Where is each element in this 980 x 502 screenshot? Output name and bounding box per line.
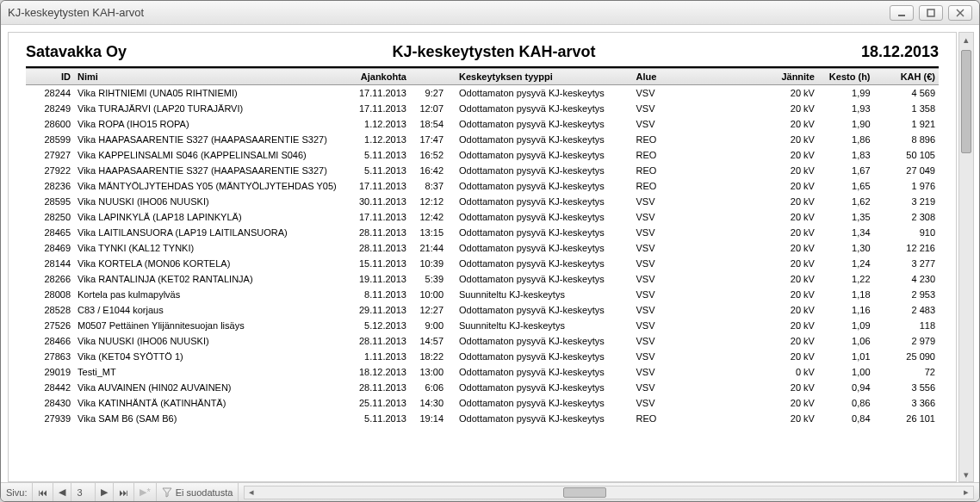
cell-alue: REO: [632, 132, 688, 147]
page-number[interactable]: 3: [71, 483, 96, 501]
cell-alue: VSV: [632, 395, 688, 411]
col-time: [410, 68, 447, 85]
cell-type: Odottamaton pysyvä KJ-keskeytys: [447, 395, 632, 411]
cell-id: 28236: [26, 178, 74, 194]
cell-kah: 4 569: [874, 85, 939, 101]
cell-kah: 4 230: [874, 271, 939, 287]
table-row[interactable]: 28595Vika NUUSKI (IHO06 NUUSKI)30.11.201…: [26, 194, 939, 209]
cell-date: 17.11.2013: [343, 209, 410, 225]
close-button[interactable]: [948, 5, 972, 21]
table-row[interactable]: 28236Vika MÄNTYÖLJYTEHDAS Y05 (MÄNTYÖLJY…: [26, 178, 939, 194]
cell-id: 28528: [26, 302, 74, 318]
table-row[interactable]: 28466Vika NUUSKI (IHO06 NUUSKI)28.11.201…: [26, 333, 939, 349]
cell-type: Odottamaton pysyvä KJ-keskeytys: [447, 85, 632, 101]
table-row[interactable]: 29019Testi_MT18.12.201313:00Odottamaton …: [26, 364, 939, 380]
cell-id: 28469: [26, 240, 74, 256]
table-row[interactable]: 27922Vika HAAPASAARENTIE S327 (HAAPASAAR…: [26, 163, 939, 178]
table-row[interactable]: 27526M0507 Pettäinen Ylijännitesuojan li…: [26, 318, 939, 333]
cell-id: 28599: [26, 132, 74, 147]
cell-id: 28600: [26, 116, 74, 132]
table-row[interactable]: 28465Vika LAITILANSUORA (LAP19 LAITILANS…: [26, 225, 939, 240]
cell-id: 28266: [26, 271, 74, 287]
table-row[interactable]: 28250Vika LAPINKYLÄ (LAP18 LAPINKYLÄ)17.…: [26, 209, 939, 225]
cell-alue: VSV: [632, 101, 688, 116]
scroll-thumb[interactable]: [961, 50, 971, 153]
cell-kesto: 1,62: [818, 194, 874, 209]
table-row[interactable]: 28442Vika AUVAINEN (HIN02 AUVAINEN)28.11…: [26, 380, 939, 395]
table-row[interactable]: 28528C83 / E1044 korjaus29.11.201312:27O…: [26, 302, 939, 318]
hscroll-left-arrow[interactable]: ◂: [245, 487, 258, 499]
table-row[interactable]: 27927Vika KAPPELINSALMI S046 (KAPPELINSA…: [26, 147, 939, 163]
cell-jann: 20 kV: [688, 349, 818, 364]
cell-time: 5:39: [410, 271, 447, 287]
cell-alue: VSV: [632, 364, 688, 380]
col-jannite: Jännite: [688, 68, 818, 85]
nav-first-icon[interactable]: ⏮: [33, 483, 53, 501]
cell-kesto: 1,93: [818, 101, 874, 116]
table-row[interactable]: 28249Vika TURAJÄRVI (LAP20 TURAJÄRVI)17.…: [26, 101, 939, 116]
cell-time: 17:47: [410, 132, 447, 147]
cell-kah: 1 921: [874, 116, 939, 132]
cell-type: Odottamaton pysyvä KJ-keskeytys: [447, 209, 632, 225]
cell-type: Odottamaton pysyvä KJ-keskeytys: [447, 116, 632, 132]
table-row[interactable]: 27939Vika SAM B6 (SAM B6)5.11.201319:14O…: [26, 411, 939, 426]
scroll-down-arrow[interactable]: ▾: [959, 468, 973, 481]
cell-nimi: Vika RANTALINJA (KET02 RANTALINJA): [74, 271, 343, 287]
cell-kesto: 1,34: [818, 225, 874, 240]
cell-time: 16:42: [410, 163, 447, 178]
table-row[interactable]: 28600Vika ROPA (IHO15 ROPA)1.12.201318:5…: [26, 116, 939, 132]
hscroll-right-arrow[interactable]: ▸: [959, 487, 973, 499]
table-row[interactable]: 28008Kortela pas kulmapylväs8.11.201310:…: [26, 287, 939, 302]
cell-jann: 20 kV: [688, 101, 818, 116]
cell-type: Odottamaton pysyvä KJ-keskeytys: [447, 132, 632, 147]
cell-jann: 0 kV: [688, 364, 818, 380]
scroll-up-arrow[interactable]: ▴: [959, 33, 973, 46]
nav-new-icon[interactable]: ▶*: [134, 483, 156, 501]
cell-date: 1.12.2013: [343, 116, 410, 132]
minimize-button[interactable]: [890, 5, 914, 21]
cell-kesto: 1,16: [818, 302, 874, 318]
window-title: KJ-keskeytysten KAH-arvot: [8, 6, 144, 19]
nav-prev-icon[interactable]: ◀: [53, 483, 71, 501]
cell-kah: 2 308: [874, 209, 939, 225]
cell-date: 5.11.2013: [343, 147, 410, 163]
table-row[interactable]: 28469Vika TYNKI (KAL12 TYNKI)28.11.20132…: [26, 240, 939, 256]
cell-date: 1.12.2013: [343, 132, 410, 147]
table-row[interactable]: 28430Vika KATINHÄNTÄ (KATINHÄNTÄ)25.11.2…: [26, 395, 939, 411]
cell-kah: 50 105: [874, 147, 939, 163]
cell-jann: 20 kV: [688, 302, 818, 318]
cell-jann: 20 kV: [688, 240, 818, 256]
horizontal-scrollbar[interactable]: ◂ ▸: [244, 486, 974, 499]
vertical-scrollbar[interactable]: ▴ ▾: [958, 32, 974, 482]
cell-alue: VSV: [632, 302, 688, 318]
cell-jann: 20 kV: [688, 194, 818, 209]
col-alue: Alue: [632, 68, 688, 85]
table-row[interactable]: 28144Vika KORTELA (MON06 KORTELA)15.11.2…: [26, 256, 939, 271]
hscroll-thumb[interactable]: [563, 487, 606, 498]
table-row[interactable]: 28599Vika HAAPASAARENTIE S327 (HAAPASAAR…: [26, 132, 939, 147]
col-kesto: Kesto (h): [818, 68, 874, 85]
cell-alue: VSV: [632, 271, 688, 287]
cell-type: Odottamaton pysyvä KJ-keskeytys: [447, 163, 632, 178]
nav-next-icon[interactable]: ▶: [96, 483, 114, 501]
col-ajankohta: Ajankohta: [343, 68, 410, 85]
cell-alue: VSV: [632, 333, 688, 349]
filter-status[interactable]: Ei suodatusta: [157, 483, 239, 501]
cell-kah: 2 483: [874, 302, 939, 318]
cell-alue: REO: [632, 178, 688, 194]
cell-time: 13:15: [410, 225, 447, 240]
table-row[interactable]: 28244Vika RIHTNIEMI (UNA05 RIHTNIEMI)17.…: [26, 85, 939, 101]
cell-kesto: 1,35: [818, 209, 874, 225]
maximize-button[interactable]: [919, 5, 943, 21]
table-row[interactable]: 27863Vika (KET04 SYÖTTÖ 1)1.11.201318:22…: [26, 349, 939, 364]
filter-icon: [162, 487, 172, 498]
cell-kesto: 1,00: [818, 364, 874, 380]
table-row[interactable]: 28266Vika RANTALINJA (KET02 RANTALINJA)1…: [26, 271, 939, 287]
cell-nimi: Vika NUUSKI (IHO06 NUUSKI): [74, 333, 343, 349]
cell-date: 30.11.2013: [343, 194, 410, 209]
nav-last-icon[interactable]: ⏭: [114, 483, 134, 501]
cell-kesto: 1,30: [818, 240, 874, 256]
cell-time: 16:52: [410, 147, 447, 163]
cell-id: 28465: [26, 225, 74, 240]
cell-type: Odottamaton pysyvä KJ-keskeytys: [447, 333, 632, 349]
